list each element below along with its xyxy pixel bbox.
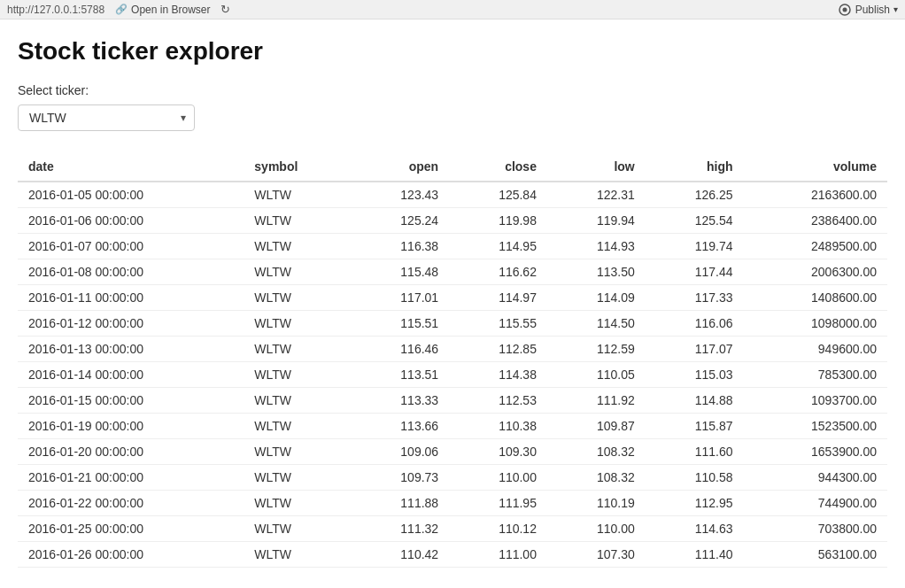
col-volume: volume [744, 152, 887, 182]
cell-close: 114.38 [449, 362, 547, 388]
cell-volume: 1098000.00 [744, 311, 887, 337]
cell-high: 115.03 [646, 362, 744, 388]
cell-open: 125.24 [351, 208, 449, 234]
cell-low: 114.50 [547, 311, 646, 337]
col-close: close [449, 152, 547, 182]
cell-symbol: WLTW [244, 516, 351, 542]
col-low: low [547, 152, 646, 182]
cell-low: 110.19 [547, 491, 646, 516]
cell-volume: 1408600.00 [744, 285, 887, 311]
cell-close: 119.98 [449, 208, 547, 234]
col-symbol: symbol [244, 152, 351, 182]
cell-symbol: WLTW [244, 259, 351, 285]
url-display: http://127.0.0.1:5788 [7, 4, 104, 16]
publish-button[interactable]: Publish ▾ [838, 3, 898, 17]
ticker-select[interactable]: WLTW AAPL GOOG MSFT AMZN [18, 104, 195, 131]
table-row: 2016-01-06 00:00:00 WLTW 125.24 119.98 1… [18, 208, 887, 234]
cell-date: 2016-01-21 00:00:00 [18, 465, 244, 491]
cell-date: 2016-01-06 00:00:00 [18, 208, 244, 234]
cell-low: 114.09 [547, 285, 646, 311]
cell-volume: 944300.00 [744, 465, 887, 491]
open-in-browser-link[interactable]: 🔗 Open in Browser [115, 4, 210, 16]
publish-icon [838, 3, 852, 17]
publish-dropdown-icon: ▾ [893, 4, 898, 14]
col-high: high [646, 152, 744, 182]
cell-symbol: WLTW [244, 414, 351, 439]
cell-close: 110.12 [449, 516, 547, 542]
cell-close: 115.55 [449, 311, 547, 337]
cell-low: 114.93 [547, 234, 646, 259]
cell-symbol: WLTW [244, 439, 351, 465]
cell-date: 2016-01-13 00:00:00 [18, 337, 244, 362]
col-open: open [351, 152, 449, 182]
table-row: 2016-01-15 00:00:00 WLTW 113.33 112.53 1… [18, 388, 887, 414]
cell-high: 114.88 [646, 388, 744, 414]
cell-high: 117.33 [646, 285, 744, 311]
cell-low: 111.92 [547, 388, 646, 414]
cell-high: 111.40 [646, 542, 744, 568]
table-header-row: date symbol open close low high volume [18, 152, 887, 182]
publish-area[interactable]: Publish ▾ [838, 3, 898, 17]
cell-open: 109.06 [351, 439, 449, 465]
cell-open: 113.51 [351, 362, 449, 388]
top-bar-left: http://127.0.0.1:5788 🔗 Open in Browser … [7, 3, 230, 16]
cell-low: 110.00 [547, 516, 646, 542]
cell-low: 119.94 [547, 208, 646, 234]
cell-date: 2016-01-19 00:00:00 [18, 414, 244, 439]
table-row: 2016-01-13 00:00:00 WLTW 116.46 112.85 1… [18, 337, 887, 362]
cell-high: 119.74 [646, 234, 744, 259]
cell-high: 110.58 [646, 465, 744, 491]
cell-date: 2016-01-08 00:00:00 [18, 259, 244, 285]
cell-date: 2016-01-26 00:00:00 [18, 542, 244, 568]
cell-low: 110.05 [547, 362, 646, 388]
cell-symbol: WLTW [244, 491, 351, 516]
cell-date: 2016-01-22 00:00:00 [18, 491, 244, 516]
table-row: 2016-01-05 00:00:00 WLTW 123.43 125.84 1… [18, 182, 887, 208]
table-row: 2016-01-21 00:00:00 WLTW 109.73 110.00 1… [18, 465, 887, 491]
cell-open: 111.32 [351, 516, 449, 542]
cell-volume: 2006300.00 [744, 259, 887, 285]
cell-date: 2016-01-11 00:00:00 [18, 285, 244, 311]
cell-low: 109.87 [547, 414, 646, 439]
cell-high: 117.44 [646, 259, 744, 285]
cell-symbol: WLTW [244, 542, 351, 568]
cell-open: 115.51 [351, 311, 449, 337]
table-header: date symbol open close low high volume [18, 152, 887, 182]
page-title: Stock ticker explorer [18, 37, 887, 66]
col-date: date [18, 152, 244, 182]
cell-date: 2016-01-05 00:00:00 [18, 182, 244, 208]
cell-open: 113.33 [351, 388, 449, 414]
cell-open: 116.38 [351, 234, 449, 259]
table-row: 2016-01-11 00:00:00 WLTW 117.01 114.97 1… [18, 285, 887, 311]
ticker-select-wrapper: WLTW AAPL GOOG MSFT AMZN ▾ [18, 104, 195, 131]
cell-open: 111.88 [351, 491, 449, 516]
cell-symbol: WLTW [244, 234, 351, 259]
cell-high: 116.06 [646, 311, 744, 337]
cell-volume: 1523500.00 [744, 414, 887, 439]
cell-low: 107.30 [547, 542, 646, 568]
cell-high: 111.60 [646, 439, 744, 465]
cell-date: 2016-01-20 00:00:00 [18, 439, 244, 465]
select-label: Select ticker: [18, 83, 887, 97]
cell-close: 111.00 [449, 542, 547, 568]
cell-close: 110.00 [449, 465, 547, 491]
cell-low: 122.31 [547, 182, 646, 208]
cell-symbol: WLTW [244, 362, 351, 388]
refresh-icon[interactable]: ↻ [220, 3, 230, 16]
table-row: 2016-01-19 00:00:00 WLTW 113.66 110.38 1… [18, 414, 887, 439]
cell-open: 123.43 [351, 182, 449, 208]
cell-low: 113.50 [547, 259, 646, 285]
cell-high: 114.63 [646, 516, 744, 542]
cell-volume: 744900.00 [744, 491, 887, 516]
table-row: 2016-01-12 00:00:00 WLTW 115.51 115.55 1… [18, 311, 887, 337]
cell-volume: 2386400.00 [744, 208, 887, 234]
cell-high: 126.25 [646, 182, 744, 208]
cell-close: 114.97 [449, 285, 547, 311]
cell-volume: 1653900.00 [744, 439, 887, 465]
table-row: 2016-01-26 00:00:00 WLTW 110.42 111.00 1… [18, 542, 887, 568]
table-row: 2016-01-20 00:00:00 WLTW 109.06 109.30 1… [18, 439, 887, 465]
table-row: 2016-01-25 00:00:00 WLTW 111.32 110.12 1… [18, 516, 887, 542]
cell-symbol: WLTW [244, 311, 351, 337]
cell-close: 112.53 [449, 388, 547, 414]
cell-volume: 703800.00 [744, 516, 887, 542]
